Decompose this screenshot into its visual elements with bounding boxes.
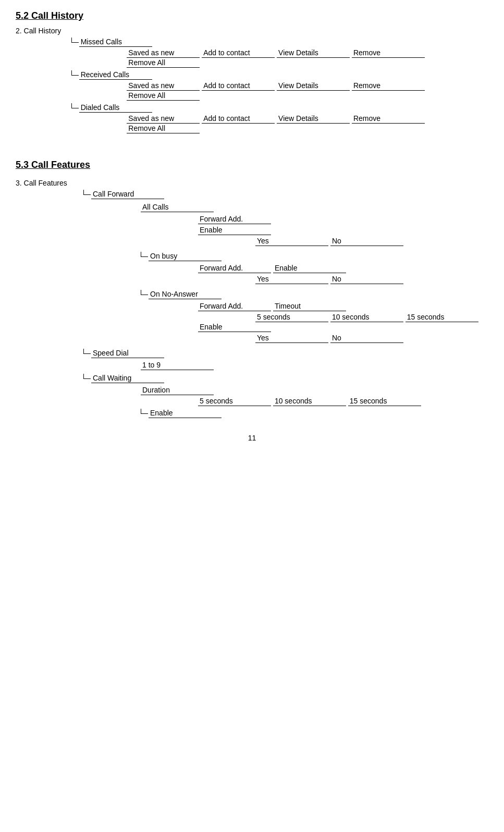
missed-add-to-contact: Add to contact bbox=[202, 48, 275, 58]
call-waiting-duration: Duration bbox=[141, 385, 214, 395]
on-no-answer-label: On No-Answer bbox=[149, 289, 222, 299]
call-waiting-enable: Enable bbox=[149, 408, 222, 418]
call-forward-label: Call Forward bbox=[91, 189, 164, 199]
received-add-to-contact: Add to contact bbox=[202, 81, 275, 91]
section-53: 5.3 Call Features 3. Call Features Call … bbox=[16, 160, 488, 418]
call-waiting-5sec: 5 seconds bbox=[198, 396, 271, 406]
dialed-add-to-contact: Add to contact bbox=[202, 114, 275, 124]
received-remove: Remove bbox=[352, 81, 425, 91]
on-busy-enable: Enable bbox=[273, 263, 346, 273]
received-calls-label: Received Calls bbox=[79, 70, 152, 80]
dialed-remove-all: Remove All bbox=[127, 124, 200, 133]
missed-remove-all: Remove All bbox=[127, 58, 200, 68]
call-features-root-label: 3. Call Features bbox=[16, 179, 67, 187]
on-busy-yes: Yes bbox=[255, 274, 328, 284]
section-52-title: 5.2 Call History bbox=[16, 10, 488, 21]
all-calls-enable-yes: Yes bbox=[255, 236, 328, 246]
speed-dial-label: Speed Dial bbox=[91, 348, 164, 358]
dialed-view-details: View Details bbox=[277, 114, 350, 124]
dialed-remove: Remove bbox=[352, 114, 425, 124]
dialed-saved-as-new: Saved as new bbox=[127, 114, 200, 124]
all-calls-enable: Enable bbox=[198, 225, 271, 235]
all-calls-label: All Calls bbox=[141, 202, 214, 212]
missed-saved-as-new: Saved as new bbox=[127, 48, 200, 58]
call-waiting-10sec: 10 seconds bbox=[273, 396, 346, 406]
on-no-answer-timeout: Timeout bbox=[273, 301, 346, 311]
received-remove-all: Remove All bbox=[127, 91, 200, 101]
on-no-answer-5sec: 5 seconds bbox=[255, 312, 328, 322]
on-no-answer-no: No bbox=[330, 333, 403, 343]
page-number: 11 bbox=[16, 434, 488, 442]
all-calls-forward-add: Forward Add. bbox=[198, 214, 271, 224]
call-waiting-15sec: 15 seconds bbox=[348, 396, 421, 406]
on-busy-no: No bbox=[330, 274, 403, 284]
missed-view-details: View Details bbox=[277, 48, 350, 58]
call-history-section: 2. Call History Missed Calls Saved as ne… bbox=[16, 27, 488, 133]
on-busy-forward-add: Forward Add. bbox=[198, 263, 271, 273]
call-history-root-label: 2. Call History bbox=[16, 27, 61, 35]
on-no-answer-10sec: 10 seconds bbox=[330, 312, 403, 322]
on-no-answer-forward-add: Forward Add. bbox=[198, 301, 271, 311]
received-view-details: View Details bbox=[277, 81, 350, 91]
speed-dial-1to9: 1 to 9 bbox=[141, 360, 214, 370]
on-busy-label: On busy bbox=[149, 251, 222, 261]
dialed-calls-label: Dialed Calls bbox=[79, 103, 152, 113]
received-saved-as-new: Saved as new bbox=[127, 81, 200, 91]
on-no-answer-enable: Enable bbox=[198, 322, 271, 332]
missed-remove: Remove bbox=[352, 48, 425, 58]
all-calls-enable-no: No bbox=[330, 236, 403, 246]
on-no-answer-yes: Yes bbox=[255, 333, 328, 343]
section-53-title: 5.3 Call Features bbox=[16, 160, 488, 170]
missed-calls-label: Missed Calls bbox=[79, 37, 152, 47]
call-waiting-label: Call Waiting bbox=[91, 373, 164, 383]
on-no-answer-15sec: 15 seconds bbox=[405, 312, 478, 322]
